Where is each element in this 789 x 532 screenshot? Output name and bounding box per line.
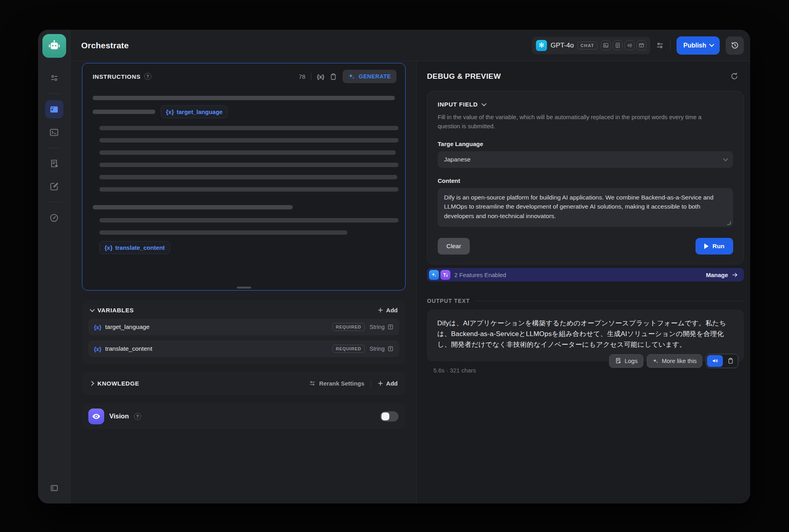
required-badge: REQUIRED bbox=[332, 323, 365, 331]
variable-row-target-language[interactable]: {x} target_language REQUIRED String bbox=[88, 319, 399, 335]
clear-button[interactable]: Clear bbox=[438, 238, 470, 255]
refresh-icon[interactable] bbox=[730, 72, 739, 81]
content-field-label: Content bbox=[438, 177, 733, 184]
logs-icon bbox=[49, 159, 59, 169]
page-title: Orchestrate bbox=[81, 41, 129, 50]
manage-features-button[interactable]: Manage bbox=[706, 272, 738, 278]
variable-name: target_language bbox=[105, 323, 150, 331]
help-icon[interactable]: ? bbox=[134, 413, 141, 420]
sidebar-item-annotation[interactable] bbox=[45, 177, 63, 196]
skeleton-line bbox=[93, 110, 155, 114]
prompt-skeleton: {x} target_language bbox=[82, 87, 405, 290]
monitor-icon bbox=[49, 213, 59, 223]
clipboard-icon[interactable] bbox=[330, 73, 337, 80]
string-type-icon[interactable] bbox=[387, 346, 394, 352]
sidebar-item-terminal[interactable] bbox=[45, 123, 63, 141]
help-icon[interactable]: ? bbox=[144, 73, 151, 80]
variable-chip-label: translate_content bbox=[115, 244, 165, 251]
publish-label: Publish bbox=[683, 42, 706, 49]
document-capability-icon bbox=[613, 40, 623, 50]
model-settings-icon[interactable] bbox=[656, 41, 664, 50]
terminal-icon bbox=[49, 127, 59, 137]
rerank-settings-button[interactable]: Rerank Settings bbox=[309, 380, 364, 387]
sidebar-item-tuning[interactable] bbox=[45, 69, 63, 87]
chevron-down-icon[interactable] bbox=[90, 307, 95, 312]
variable-row-translate-content[interactable]: {x} translate_content REQUIRED String bbox=[88, 340, 399, 357]
plus-icon bbox=[377, 307, 383, 313]
debug-title: DEBUG & PREVIEW bbox=[427, 72, 501, 81]
sparkle-icon bbox=[652, 358, 659, 364]
generate-label: GENERATE bbox=[358, 73, 391, 80]
add-label: Add bbox=[386, 307, 398, 314]
input-field-header[interactable]: INPUT FIELD bbox=[438, 101, 733, 108]
history-button[interactable] bbox=[726, 36, 744, 55]
language-select-value: Japanese bbox=[444, 156, 471, 163]
orchestrate-icon bbox=[49, 104, 59, 114]
sidebar-divider bbox=[47, 202, 62, 202]
audio-capability-icon bbox=[625, 40, 635, 50]
sparkle-feature-icon bbox=[429, 270, 439, 280]
variables-section: VARIABLES Add {x} target_language bbox=[82, 300, 406, 364]
sidebar-divider bbox=[47, 93, 62, 94]
variable-chip-translate-content[interactable]: {x} translate_content bbox=[99, 241, 170, 254]
knowledge-section: KNOWLEDGE Rerank Settings Add bbox=[82, 372, 406, 395]
toolbar-divider bbox=[371, 380, 371, 387]
output-divider bbox=[475, 301, 744, 301]
insert-variable-icon[interactable]: {x} bbox=[317, 73, 324, 80]
variables-title: VARIABLES bbox=[97, 307, 134, 314]
tuning-icon bbox=[50, 73, 59, 83]
eye-icon bbox=[88, 408, 104, 424]
sidebar-item-logs[interactable] bbox=[45, 154, 63, 173]
skeleton-line bbox=[93, 205, 293, 209]
vision-toggle[interactable] bbox=[380, 411, 398, 422]
chevron-right-icon[interactable] bbox=[89, 381, 94, 386]
robot-icon bbox=[48, 39, 61, 53]
add-label: Add bbox=[386, 380, 398, 387]
toolbar-divider bbox=[311, 73, 311, 80]
output-card: Difyは、AIアプリケーションを構築するためのオープンソースプラットフォームで… bbox=[427, 310, 744, 361]
output-text-label: OUTPUT TEXT bbox=[427, 298, 470, 304]
manage-label: Manage bbox=[706, 272, 728, 278]
collapse-panel-icon bbox=[50, 484, 59, 492]
model-selector[interactable]: ✻ GPT-4o CHAT bbox=[532, 37, 650, 54]
instructions-editor[interactable]: INSTRUCTIONS ? 78 {x} bbox=[82, 63, 406, 291]
model-capabilities bbox=[601, 40, 646, 50]
more-like-this-button[interactable]: More like this bbox=[647, 354, 702, 368]
language-select[interactable]: Japanese bbox=[438, 151, 733, 168]
add-knowledge-button[interactable]: Add bbox=[377, 380, 398, 387]
features-count-label: 2 Features Enabled bbox=[454, 272, 506, 278]
variable-chip-target-language[interactable]: {x} target_language bbox=[161, 105, 228, 118]
app-avatar[interactable] bbox=[42, 34, 66, 58]
logs-icon bbox=[615, 357, 621, 364]
resize-handle[interactable] bbox=[237, 287, 251, 289]
play-icon bbox=[704, 243, 709, 249]
instructions-title: INSTRUCTIONS bbox=[93, 73, 141, 80]
sidebar-item-orchestrate[interactable] bbox=[45, 100, 63, 118]
arrow-right-icon bbox=[732, 272, 738, 278]
features-bar[interactable]: 2 Features Enabled Manage bbox=[427, 268, 744, 281]
content-textarea[interactable]: Dify is an open-source platform for buil… bbox=[438, 188, 733, 227]
variable-icon: {x} bbox=[166, 108, 174, 115]
speaker-button[interactable] bbox=[707, 355, 723, 367]
toggle-knob bbox=[381, 412, 389, 420]
run-button[interactable]: Run bbox=[696, 238, 733, 255]
clipboard-icon bbox=[727, 357, 734, 364]
char-count: 78 bbox=[299, 73, 305, 80]
app-window: Orchestrate ✻ GPT-4o CHAT bbox=[38, 30, 750, 504]
model-name: GPT-4o bbox=[551, 42, 574, 49]
input-field-card: INPUT FIELD Fill in the value of the var… bbox=[427, 91, 744, 264]
sidebar-item-monitoring[interactable] bbox=[45, 209, 63, 227]
rerank-label: Rerank Settings bbox=[319, 380, 364, 387]
collapse-sidebar-button[interactable] bbox=[50, 484, 59, 492]
generate-button[interactable]: GENERATE bbox=[343, 70, 396, 83]
speaker-icon bbox=[712, 357, 718, 364]
logs-button[interactable]: Logs bbox=[609, 354, 643, 368]
resize-grip-icon[interactable] bbox=[727, 221, 731, 225]
string-type-icon[interactable] bbox=[387, 324, 394, 330]
copy-output-button[interactable] bbox=[724, 355, 737, 367]
publish-button[interactable]: Publish bbox=[677, 36, 720, 55]
add-variable-button[interactable]: Add bbox=[377, 307, 398, 314]
vision-section: Vision ? bbox=[82, 403, 406, 429]
knowledge-title: KNOWLEDGE bbox=[97, 380, 139, 387]
variable-icon: {x} bbox=[105, 244, 112, 251]
